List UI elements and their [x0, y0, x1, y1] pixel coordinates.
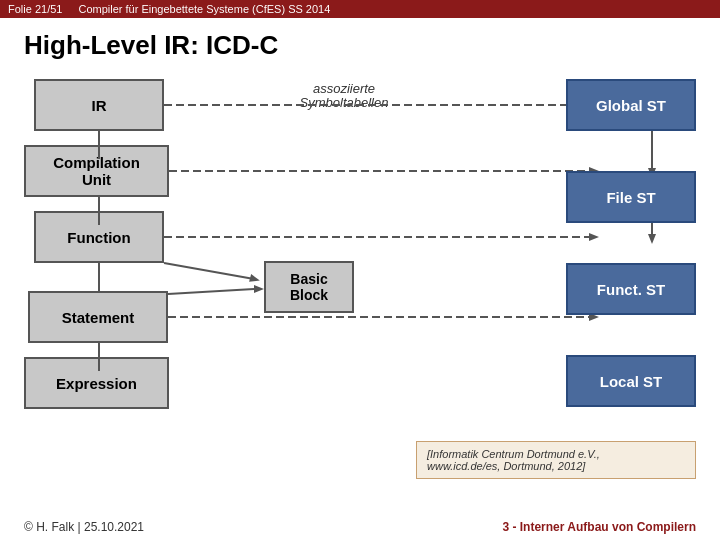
svg-line-16: [164, 263, 254, 279]
icd-credit: [Informatik Centrum Dortmund e.V., www.i…: [416, 441, 696, 479]
svg-text:Symboltabellen: Symboltabellen: [300, 95, 389, 110]
svg-text:assoziierte: assoziierte: [313, 81, 375, 96]
basic-block-label: Basic Block: [290, 271, 328, 303]
page-title: High-Level IR: ICD-C: [24, 30, 696, 61]
header-bar: Folie 21/51 Compiler für Eingebettete Sy…: [0, 0, 720, 18]
footer-right: 3 - Interner Aufbau von Compilern: [502, 520, 696, 534]
course-title: Compiler für Eingebettete Systeme (CfES)…: [78, 3, 330, 15]
basic-block-box: Basic Block: [264, 261, 354, 313]
slide-number: Folie 21/51: [8, 3, 62, 15]
svg-marker-19: [254, 285, 264, 293]
global-st-box: Global ST: [566, 79, 696, 131]
file-st-box: File ST: [566, 171, 696, 223]
footer: © H. Falk | 25.10.2021 3 - Interner Aufb…: [24, 520, 696, 534]
right-column: Global ST File ST Funct. ST Local ST: [566, 79, 696, 407]
footer-left: © H. Falk | 25.10.2021: [24, 520, 144, 534]
diagram: IR Compilation Unit Function Statement: [24, 79, 696, 509]
svg-marker-17: [249, 274, 261, 284]
funct-st-box: Funct. ST: [566, 263, 696, 315]
local-st-box: Local ST: [566, 355, 696, 407]
svg-line-18: [168, 289, 254, 294]
main-content: High-Level IR: ICD-C IR Compilation Unit…: [0, 18, 720, 517]
